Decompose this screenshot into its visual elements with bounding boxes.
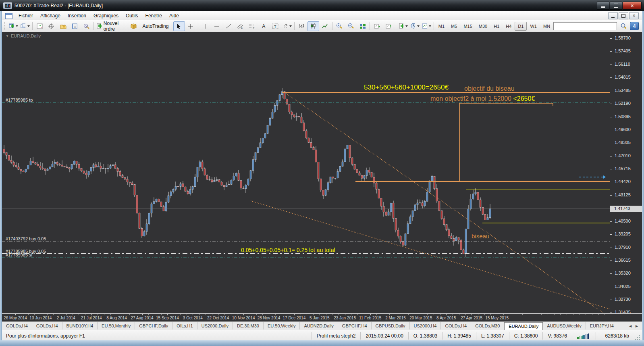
- tab-scroll-right-icon[interactable]: ►: [635, 324, 639, 328]
- menu-item-fichier[interactable]: Fichier: [15, 12, 37, 19]
- menu-item-aide[interactable]: Aide: [166, 12, 183, 19]
- templates-button[interactable]: [421, 21, 432, 31]
- timeframe-mn[interactable]: MN: [540, 22, 553, 31]
- chart-canvas[interactable]: [2, 32, 610, 313]
- chart-annotation[interactable]: objectif du biseau: [464, 85, 515, 92]
- autotrading-button[interactable]: AutoTrading: [139, 21, 171, 31]
- timeframe-m30[interactable]: M30: [476, 22, 490, 31]
- collapse-arrow-icon[interactable]: ▼: [6, 34, 9, 38]
- order-line-label[interactable]: #17785985 tp: [6, 98, 33, 102]
- new-chart-button[interactable]: [8, 21, 19, 31]
- chart-tab[interactable]: BUND10Y,H4: [62, 322, 98, 329]
- auto-scroll-button[interactable]: [371, 21, 383, 31]
- window-content: FichierAffichageInsertionGraphiquesOutil…: [2, 11, 642, 340]
- timeframe-m15[interactable]: M15: [460, 22, 475, 31]
- chart-tab[interactable]: GBPCHF,Daily: [135, 322, 172, 329]
- chart-tab[interactable]: US2000,Daily: [197, 322, 233, 329]
- metaeditor-button[interactable]: [128, 21, 139, 31]
- chart-tab[interactable]: EU.50,Weekly: [264, 322, 300, 329]
- hline-button[interactable]: [211, 21, 223, 31]
- menu-item-affichage[interactable]: Affichage: [37, 12, 64, 19]
- date-axis-label: 8 Aug 2014: [106, 316, 127, 320]
- terminal-button[interactable]: [69, 21, 81, 31]
- price-axis-label: 1.34025: [615, 284, 631, 289]
- trendline-button[interactable]: [223, 21, 235, 31]
- chart-tab[interactable]: GBPCHF,H4: [338, 322, 372, 329]
- arrows-button[interactable]: [281, 21, 293, 31]
- tile-windows-button[interactable]: [357, 21, 368, 31]
- maximize-button[interactable]: [610, 2, 622, 10]
- new-order-button[interactable]: Nouvel ordre: [95, 21, 128, 31]
- menu-item-fenetre[interactable]: Fenetre: [142, 12, 166, 19]
- chart-annotation[interactable]: 530+560+560+1000=2650€: [364, 84, 449, 92]
- price-axis[interactable]: 1.587001.574051.561101.548151.534851.521…: [610, 32, 642, 313]
- timeframe-h1[interactable]: H1: [490, 22, 503, 31]
- search-input[interactable]: [553, 22, 617, 30]
- zoom-in-button[interactable]: [333, 21, 345, 31]
- timeframe-h4[interactable]: H4: [503, 22, 515, 31]
- date-axis[interactable]: 26 May 201413 Jun 20142 Jul 201421 Jul 2…: [2, 313, 642, 321]
- mdi-restore-button[interactable]: [619, 12, 628, 19]
- strategy-tester-button[interactable]: [81, 21, 92, 31]
- order-line-label[interactable]: #17785985 sl: [6, 252, 32, 257]
- tab-scroll-left-icon[interactable]: ◄: [628, 324, 632, 328]
- vline-button[interactable]: [199, 21, 211, 31]
- chart-tab[interactable]: GOLDs,H4: [2, 322, 32, 329]
- resize-grip[interactable]: [635, 334, 641, 340]
- chart-tab[interactable]: GOLDs,H4: [32, 322, 62, 329]
- label-button[interactable]: T: [270, 21, 281, 31]
- menu-item-outils[interactable]: Outils: [122, 12, 142, 19]
- cursor-button[interactable]: [173, 21, 185, 31]
- chart-annotation[interactable]: 0.05+0.05+0.05+0.1= 0.25 lot au total: [241, 247, 335, 253]
- chart-annotation[interactable]: biseau: [472, 233, 489, 240]
- periods-button[interactable]: [409, 21, 421, 31]
- indicators-button[interactable]: [397, 21, 409, 31]
- timeframe-w1[interactable]: W1: [527, 22, 540, 31]
- minimize-button[interactable]: [597, 2, 609, 10]
- data-window-button[interactable]: [46, 21, 57, 31]
- fibonacci-button[interactable]: F: [246, 21, 258, 31]
- candlestick-button[interactable]: [307, 21, 319, 31]
- chart-tab[interactable]: DE.30,M30: [233, 322, 264, 329]
- chart-tab[interactable]: EURAUD,Daily: [504, 322, 543, 330]
- market-watch-button[interactable]: [34, 21, 46, 31]
- chart-tab[interactable]: OILs,H1: [172, 322, 197, 329]
- chart-tab[interactable]: US2000,H4: [410, 322, 441, 329]
- mdi-close-button[interactable]: ×: [629, 12, 639, 19]
- close-button[interactable]: ✕: [623, 2, 642, 10]
- zoom-out-button[interactable]: [345, 21, 357, 31]
- menu-item-graphiques[interactable]: Graphiques: [90, 12, 122, 19]
- text-button[interactable]: A: [258, 21, 270, 31]
- chart-area[interactable]: ▼ EURAUD,Daily 1.587001.574051.561101.54…: [2, 32, 642, 321]
- menu-item-insertion[interactable]: Insertion: [64, 12, 90, 19]
- line-chart-button[interactable]: [319, 21, 331, 31]
- toolbar-handle[interactable]: [4, 22, 6, 30]
- price-axis-label: 1.52190: [615, 101, 631, 106]
- timeframe-m5[interactable]: M5: [448, 22, 460, 31]
- order-line-label[interactable]: #17403792 buy 0.05: [6, 236, 46, 241]
- chart-tab[interactable]: GOLDs,M30: [471, 322, 504, 329]
- status-help-text: Pour plus d'informations, appuyer F1: [2, 333, 85, 339]
- chart-tab[interactable]: EURJPY,H4: [586, 322, 618, 329]
- bar-chart-button[interactable]: [296, 21, 307, 31]
- chart-tab[interactable]: GBPUSD,Daily: [372, 322, 410, 329]
- chart-symbol-label[interactable]: ▼ EURAUD,Daily: [6, 33, 41, 38]
- date-tick: [193, 314, 193, 315]
- timeframe-m1[interactable]: M1: [435, 22, 448, 31]
- timeframe-d1[interactable]: D1: [515, 22, 527, 31]
- chart-shift-button[interactable]: [383, 21, 395, 31]
- mql5-community-icon[interactable]: 4: [630, 22, 639, 30]
- chart-tab[interactable]: EU.50,Monthly: [98, 322, 135, 329]
- price-tick: [610, 51, 612, 52]
- toolbar: Nouvel ordre AutoTrading E F A T: [2, 20, 642, 32]
- channel-button[interactable]: E: [235, 21, 246, 31]
- navigator-button[interactable]: [57, 21, 69, 31]
- crosshair-button[interactable]: [185, 21, 197, 31]
- mdi-minimize-button[interactable]: [608, 12, 618, 19]
- profiles-button[interactable]: [19, 21, 31, 31]
- search-icon[interactable]: [619, 21, 628, 31]
- chart-tab[interactable]: AUDNZD,Daily: [300, 322, 338, 329]
- chart-tab[interactable]: GOLDs,H4: [441, 322, 471, 329]
- chart-annotation[interactable]: mon objectif2 à moi 1.52000 <2650€: [430, 95, 535, 102]
- chart-tab[interactable]: AUDUSD,Weekly: [543, 322, 586, 329]
